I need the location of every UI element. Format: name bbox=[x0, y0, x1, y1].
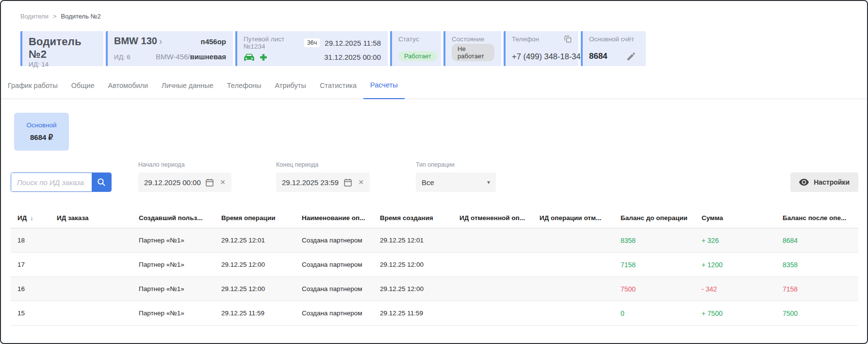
column-header-operation-name[interactable]: Наименование оп... bbox=[302, 214, 380, 222]
cell-balance-after: 7500 bbox=[783, 310, 858, 317]
phone-card: Телефон +7 (499) 348-18-34 bbox=[504, 31, 578, 66]
breadcrumb-parent[interactable]: Водители bbox=[20, 13, 49, 20]
period-start-field[interactable]: 29.12.2025 00:00 ✕ bbox=[138, 172, 231, 192]
account-chip[interactable]: Основной 8684 ₽ bbox=[14, 113, 69, 151]
tab-attributes[interactable]: Атрибуты bbox=[268, 72, 312, 99]
breadcrumb: Водители > Водитель №2 bbox=[1, 1, 867, 20]
driver-card: Водитель №2 ИД: 14 bbox=[20, 31, 103, 66]
breadcrumb-current: Водитель №2 bbox=[61, 13, 101, 20]
state-badge: Не работает bbox=[452, 44, 494, 61]
tab-schedule[interactable]: График работы bbox=[1, 72, 65, 99]
calendar-icon[interactable] bbox=[206, 178, 213, 187]
cell-operation-time: 29.12.25 11:59 bbox=[221, 310, 302, 317]
column-header-id[interactable]: ИД↓ bbox=[11, 214, 57, 222]
operation-type-group: Тип операции Все ▾ bbox=[416, 161, 496, 192]
chevron-right-icon: › bbox=[159, 36, 162, 46]
vehicle-model-color: BMW-456/вишневая bbox=[156, 52, 226, 61]
cell-id: 18 bbox=[11, 237, 57, 244]
period-start-label: Начало периода bbox=[138, 161, 231, 168]
column-header-cancelled-op-id[interactable]: ИД отмененной оп... bbox=[459, 214, 540, 222]
period-end-field[interactable]: 29.12.2025 23:59 ✕ bbox=[276, 172, 370, 192]
tab-vehicles[interactable]: Автомобили bbox=[101, 72, 155, 99]
table-header-row: ИД↓ ИД заказа Создавший польз... Время о… bbox=[11, 208, 858, 228]
tab-general[interactable]: Общие bbox=[65, 72, 101, 99]
cell-id: 17 bbox=[11, 261, 57, 268]
plus-icon bbox=[260, 53, 267, 61]
column-header-balance-before[interactable]: Баланс до операции bbox=[621, 214, 702, 222]
cell-id: 15 bbox=[11, 310, 57, 317]
tab-settlements[interactable]: Расчеты bbox=[363, 72, 405, 99]
settings-button-label: Настройки bbox=[814, 178, 850, 186]
clear-icon[interactable]: ✕ bbox=[358, 178, 364, 186]
waybill-add-button[interactable] bbox=[260, 53, 267, 61]
app-window: Водители > Водитель №2 Водитель №2 ИД: 1… bbox=[0, 0, 868, 344]
eye-icon bbox=[799, 179, 809, 186]
column-header-created-by[interactable]: Создавший польз... bbox=[139, 214, 221, 222]
cell-created-by: Партнер «№1» bbox=[139, 310, 221, 317]
column-header-operation-time[interactable]: Время операции bbox=[221, 214, 302, 222]
tab-bar: График работы Общие Автомобили Личные да… bbox=[1, 72, 867, 99]
search-order-id bbox=[11, 172, 112, 192]
main-account-card: Основной счёт 8684 bbox=[581, 31, 646, 66]
column-header-cancel-op-id[interactable]: ИД операции отм... bbox=[540, 214, 621, 222]
cell-operation-time: 29.12.25 12:00 bbox=[221, 261, 302, 268]
car-icon bbox=[244, 53, 255, 61]
column-header-order-id[interactable]: ИД заказа bbox=[57, 214, 139, 222]
cell-balance-before: 7158 bbox=[621, 261, 702, 269]
edit-account-button[interactable] bbox=[627, 52, 635, 60]
cell-balance-before: 8358 bbox=[621, 237, 702, 244]
breadcrumb-separator: > bbox=[53, 13, 57, 20]
cell-created-by: Партнер «№1» bbox=[139, 261, 221, 268]
table-row[interactable]: 18 Партнер «№1» 29.12.25 12:01 Создана п… bbox=[11, 228, 858, 253]
cell-balance-after: 8358 bbox=[783, 261, 858, 269]
main-account-value: 8684 bbox=[589, 52, 607, 61]
phone-label: Телефон bbox=[512, 35, 539, 43]
cell-amount: + 1200 bbox=[702, 261, 783, 269]
table-row[interactable]: 17 Партнер «№1» 29.12.25 12:00 Создана п… bbox=[11, 253, 858, 277]
cell-amount: + 326 bbox=[702, 237, 783, 244]
driver-summary-cards: Водитель №2 ИД: 14 BMW 130› п456ор ИД: 6… bbox=[20, 31, 867, 66]
operation-type-select[interactable]: Все ▾ bbox=[416, 172, 496, 192]
tab-phones[interactable]: Телефоны bbox=[220, 72, 268, 99]
waybill-title: Путевой лист №1234 bbox=[244, 35, 304, 50]
cell-operation-time: 29.12.25 12:01 bbox=[221, 237, 302, 244]
operation-type-value: Все bbox=[422, 178, 487, 187]
period-end-label: Конец периода bbox=[276, 161, 370, 168]
phone-number: +7 (499) 348-18-34 bbox=[512, 52, 572, 61]
cell-created-by: Партнер «№1» bbox=[139, 237, 221, 244]
waybill-car-button[interactable] bbox=[244, 53, 255, 61]
status-label: Статус bbox=[398, 35, 434, 43]
clear-icon[interactable]: ✕ bbox=[220, 178, 226, 186]
vehicle-link[interactable]: BMW 130› bbox=[114, 35, 162, 47]
operations-table: ИД↓ ИД заказа Создавший польз... Время о… bbox=[11, 208, 858, 326]
settings-button[interactable]: Настройки bbox=[790, 172, 858, 192]
column-header-creation-time[interactable]: Время создания bbox=[380, 214, 459, 222]
search-button[interactable] bbox=[92, 173, 111, 191]
waybill-start: 29.12.2025 11:58 bbox=[325, 39, 381, 47]
cell-balance-before: 0 bbox=[621, 310, 702, 317]
cell-operation-name: Создана партнером bbox=[302, 310, 380, 317]
table-body: 18 Партнер «№1» 29.12.25 12:01 Создана п… bbox=[11, 228, 858, 326]
search-input[interactable] bbox=[11, 173, 92, 191]
column-header-balance-after[interactable]: Баланс после опе... bbox=[783, 214, 858, 222]
cell-id: 16 bbox=[11, 285, 57, 292]
table-row[interactable]: 15 Партнер «№1» 29.12.25 11:59 Создана п… bbox=[11, 301, 858, 326]
status-badge: Работает bbox=[398, 51, 437, 61]
cell-creation-time: 29.12.25 12:00 bbox=[380, 261, 459, 268]
tab-statistics[interactable]: Статистика bbox=[313, 72, 363, 99]
column-header-amount[interactable]: Сумма bbox=[702, 214, 783, 222]
copy-icon bbox=[564, 35, 572, 43]
account-chip-name: Основной bbox=[27, 121, 57, 129]
waybill-card: Путевой лист №1234 36ч 29.12.2025 11:58 bbox=[235, 31, 388, 66]
cell-balance-after: 8684 bbox=[783, 237, 858, 244]
table-row[interactable]: 16 Партнер «№1» 29.12.25 12:00 Создана п… bbox=[11, 277, 858, 301]
account-chip-amount: 8684 ₽ bbox=[30, 133, 53, 142]
pencil-icon bbox=[627, 52, 635, 60]
copy-phone-button[interactable] bbox=[564, 35, 572, 43]
cell-amount: + 7500 bbox=[702, 310, 783, 317]
tab-personal-data[interactable]: Личные данные bbox=[155, 72, 220, 99]
cell-amount: - 342 bbox=[702, 285, 783, 293]
cell-created-by: Партнер «№1» bbox=[139, 285, 221, 292]
calendar-icon[interactable] bbox=[344, 178, 352, 187]
cell-creation-time: 29.12.25 12:00 bbox=[380, 285, 459, 292]
